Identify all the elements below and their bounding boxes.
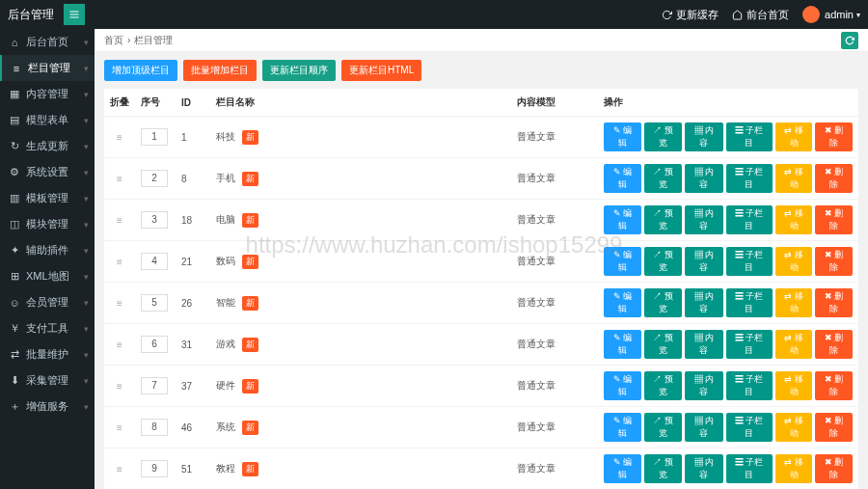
- drag-handle[interactable]: ≡: [104, 366, 135, 407]
- sub-button[interactable]: ☰ 子栏目: [726, 413, 773, 442]
- content-button[interactable]: ▦ 内容: [685, 205, 723, 234]
- sidebar-item-6[interactable]: ▥模板管理▾: [0, 185, 95, 211]
- sidebar-item-4[interactable]: ↻生成更新▾: [0, 133, 95, 159]
- delete-button[interactable]: ✖ 删除: [815, 164, 853, 193]
- delete-button[interactable]: ✖ 删除: [815, 205, 853, 234]
- preview-button[interactable]: ↗ 预览: [644, 164, 683, 193]
- refresh-cache-link[interactable]: 更新缓存: [662, 8, 719, 22]
- content-button[interactable]: ▦ 内容: [685, 122, 723, 151]
- table-row: ≡631游戏 新普通文章✎ 编辑↗ 预览▦ 内容☰ 子栏目⇄ 移动✖ 删除: [104, 324, 858, 366]
- sidebar-item-14[interactable]: ＋增值服务▾: [0, 394, 95, 420]
- drag-handle[interactable]: ≡: [104, 448, 135, 490]
- delete-button[interactable]: ✖ 删除: [815, 454, 853, 483]
- move-button[interactable]: ⇄ 移动: [775, 247, 813, 276]
- sidebar-item-2[interactable]: ▦内容管理▾: [0, 81, 95, 107]
- content-button[interactable]: ▦ 内容: [685, 288, 723, 317]
- move-button[interactable]: ⇄ 移动: [775, 164, 813, 193]
- batch-add-button[interactable]: 批量增加栏目: [183, 60, 257, 81]
- delete-button[interactable]: ✖ 删除: [815, 371, 853, 400]
- delete-button[interactable]: ✖ 删除: [815, 288, 853, 317]
- sidebar-item-8[interactable]: ✦辅助插件▾: [0, 237, 95, 263]
- update-html-button[interactable]: 更新栏目HTML: [341, 60, 421, 81]
- preview-button[interactable]: ↗ 预览: [644, 247, 683, 276]
- content-button[interactable]: ▦ 内容: [685, 454, 723, 483]
- sidebar-item-0[interactable]: ⌂后台首页▾: [0, 29, 95, 55]
- order-input[interactable]: 8: [141, 419, 168, 436]
- sub-button[interactable]: ☰ 子栏目: [726, 454, 773, 483]
- edit-button[interactable]: ✎ 编辑: [604, 288, 641, 317]
- sidebar-item-3[interactable]: ▤模型表单▾: [0, 107, 95, 133]
- content-button[interactable]: ▦ 内容: [685, 164, 723, 193]
- move-button[interactable]: ⇄ 移动: [775, 413, 813, 442]
- drag-handle[interactable]: ≡: [104, 158, 135, 200]
- sub-button[interactable]: ☰ 子栏目: [726, 247, 773, 276]
- edit-button[interactable]: ✎ 编辑: [604, 371, 641, 400]
- sub-button[interactable]: ☰ 子栏目: [726, 371, 773, 400]
- move-button[interactable]: ⇄ 移动: [775, 288, 813, 317]
- move-button[interactable]: ⇄ 移动: [775, 454, 813, 483]
- drag-handle[interactable]: ≡: [104, 117, 135, 158]
- edit-button[interactable]: ✎ 编辑: [604, 164, 641, 193]
- move-button[interactable]: ⇄ 移动: [775, 122, 813, 151]
- delete-button[interactable]: ✖ 删除: [815, 413, 853, 442]
- order-input[interactable]: 3: [141, 211, 168, 229]
- sub-button[interactable]: ☰ 子栏目: [726, 288, 773, 317]
- user-menu[interactable]: admin ▾: [802, 6, 860, 23]
- content-button[interactable]: ▦ 内容: [685, 247, 723, 276]
- preview-button[interactable]: ↗ 预览: [644, 454, 683, 483]
- add-top-category-button[interactable]: 增加顶级栏目: [104, 60, 177, 81]
- frontend-link[interactable]: 前台首页: [732, 8, 789, 22]
- sidebar-item-12[interactable]: ⇄批量维护▾: [0, 341, 95, 367]
- preview-button[interactable]: ↗ 预览: [644, 371, 683, 400]
- preview-button[interactable]: ↗ 预览: [644, 288, 683, 317]
- order-input[interactable]: 1: [141, 128, 168, 146]
- breadcrumb-home[interactable]: 首页: [104, 34, 123, 47]
- order-input[interactable]: 2: [141, 170, 168, 187]
- order-input[interactable]: 7: [141, 377, 168, 394]
- move-button[interactable]: ⇄ 移动: [775, 330, 813, 359]
- refresh-button[interactable]: [841, 32, 858, 49]
- preview-button[interactable]: ↗ 预览: [644, 205, 683, 234]
- sub-button[interactable]: ☰ 子栏目: [726, 164, 773, 193]
- drag-handle[interactable]: ≡: [104, 324, 135, 366]
- edit-button[interactable]: ✎ 编辑: [604, 454, 641, 483]
- edit-button[interactable]: ✎ 编辑: [604, 247, 641, 276]
- sub-button[interactable]: ☰ 子栏目: [726, 122, 773, 151]
- delete-button[interactable]: ✖ 删除: [815, 247, 853, 276]
- content-button[interactable]: ▦ 内容: [685, 413, 723, 442]
- drag-handle[interactable]: ≡: [104, 407, 135, 448]
- sidebar-item-13[interactable]: ⬇采集管理▾: [0, 367, 95, 394]
- sidebar-item-1[interactable]: ≡栏目管理▾: [0, 55, 95, 81]
- move-button[interactable]: ⇄ 移动: [775, 371, 813, 400]
- edit-button[interactable]: ✎ 编辑: [604, 205, 641, 234]
- sidebar-item-5[interactable]: ⚙系统设置▾: [0, 159, 95, 185]
- drag-handle[interactable]: ≡: [104, 283, 135, 324]
- sidebar-item-10[interactable]: ☺会员管理▾: [0, 289, 95, 315]
- sidebar-item-label: 模块管理: [26, 217, 68, 231]
- order-input[interactable]: 5: [141, 294, 168, 312]
- move-button[interactable]: ⇄ 移动: [775, 205, 813, 234]
- order-input[interactable]: 6: [141, 336, 168, 353]
- preview-button[interactable]: ↗ 预览: [644, 413, 683, 442]
- edit-button[interactable]: ✎ 编辑: [604, 330, 641, 359]
- order-input[interactable]: 9: [141, 460, 168, 477]
- drag-handle[interactable]: ≡: [104, 200, 135, 241]
- content-button[interactable]: ▦ 内容: [685, 330, 723, 359]
- sidebar-item-7[interactable]: ◫模块管理▾: [0, 211, 95, 237]
- edit-button[interactable]: ✎ 编辑: [604, 122, 641, 151]
- row-model: 普通文章: [511, 158, 598, 200]
- sidebar-item-11[interactable]: ￥支付工具▾: [0, 315, 95, 341]
- preview-button[interactable]: ↗ 预览: [644, 122, 683, 151]
- delete-button[interactable]: ✖ 删除: [815, 122, 853, 151]
- drag-handle[interactable]: ≡: [104, 241, 135, 283]
- sub-button[interactable]: ☰ 子栏目: [726, 205, 773, 234]
- order-input[interactable]: 4: [141, 253, 168, 270]
- update-order-button[interactable]: 更新栏目顺序: [262, 60, 336, 81]
- sidebar-toggle-button[interactable]: [64, 4, 85, 25]
- content-button[interactable]: ▦ 内容: [685, 371, 723, 400]
- edit-button[interactable]: ✎ 编辑: [604, 413, 641, 442]
- delete-button[interactable]: ✖ 删除: [815, 330, 853, 359]
- preview-button[interactable]: ↗ 预览: [644, 330, 683, 359]
- sidebar-item-9[interactable]: ⊞XML地图▾: [0, 263, 95, 289]
- sub-button[interactable]: ☰ 子栏目: [726, 330, 773, 359]
